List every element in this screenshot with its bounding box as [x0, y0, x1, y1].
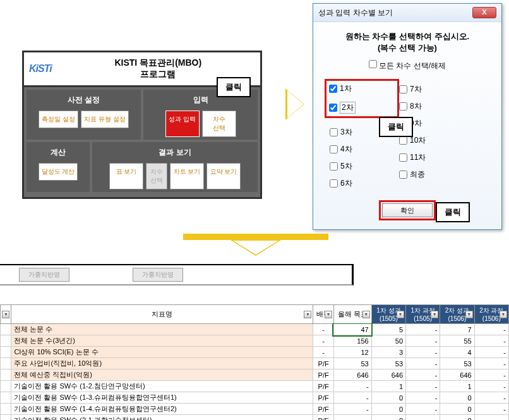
measure-date-button[interactable]: 측정일 설정	[39, 111, 78, 128]
data-cell[interactable]: 5	[371, 324, 405, 335]
filter-icon[interactable]: ▼	[500, 311, 507, 318]
data-cell[interactable]: 3	[371, 347, 405, 358]
weight-apply-button-2[interactable]: 가중치반영	[133, 268, 183, 282]
data-cell[interactable]: -	[474, 358, 508, 369]
round-select-button[interactable]: 차수 선택	[202, 111, 236, 137]
round-7-checkbox-label[interactable]: 7차	[399, 84, 490, 95]
filter-icon[interactable]: ▼	[362, 311, 370, 318]
round-1-checkbox-label[interactable]: 1차	[329, 83, 395, 94]
data-cell[interactable]: -	[474, 347, 508, 358]
data-cell[interactable]: 0	[440, 415, 474, 421]
data-cell[interactable]: P/F	[313, 358, 334, 369]
indicator-type-button[interactable]: 지표 유형 설정	[81, 111, 129, 128]
data-cell[interactable]: 47	[333, 324, 371, 335]
data-cell[interactable]: -	[406, 381, 440, 392]
row-num-cell[interactable]	[1, 358, 11, 369]
data-cell[interactable]: 7	[440, 324, 474, 335]
data-cell[interactable]: -	[406, 415, 440, 421]
round-8-checkbox-label[interactable]: 8차	[399, 101, 490, 112]
data-cell[interactable]: 12	[333, 347, 371, 358]
data-cell[interactable]: -	[313, 324, 334, 335]
data-cell[interactable]: 0	[440, 404, 474, 415]
data-cell[interactable]: 646	[440, 369, 474, 381]
round-4-checkbox-label[interactable]: 4차	[330, 144, 399, 155]
data-cell[interactable]: -	[333, 381, 371, 392]
data-cell[interactable]: -	[474, 369, 508, 381]
data-cell[interactable]: -	[474, 392, 508, 404]
filter-icon[interactable]: ▼	[397, 311, 404, 318]
round-3-checkbox[interactable]	[330, 128, 338, 136]
filter-icon[interactable]: ▼	[431, 311, 438, 318]
row-num-cell[interactable]	[1, 347, 11, 358]
row-num-cell[interactable]	[1, 415, 11, 421]
data-cell[interactable]: -	[406, 335, 440, 347]
data-cell[interactable]: 53	[440, 358, 474, 369]
indicator-name-cell[interactable]: 기술이전 활용 SW수 (1-2.첨단연구망센터)	[11, 381, 313, 392]
data-cell[interactable]: -	[406, 347, 440, 358]
filter-icon[interactable]: ▼	[304, 311, 311, 318]
round-6-checkbox-label[interactable]: 6차	[330, 178, 399, 189]
data-cell[interactable]: -	[406, 358, 440, 369]
data-cell[interactable]: -	[474, 404, 508, 415]
indicator-name-cell[interactable]: 주요 사업비(직접비, 10억원)	[11, 358, 313, 369]
data-cell[interactable]: P/F	[313, 392, 334, 404]
data-cell[interactable]: -	[474, 335, 508, 347]
data-cell[interactable]: -	[474, 324, 508, 335]
indicator-name-cell[interactable]: 전체 예산중 직접비(억원)	[11, 369, 313, 381]
table-view-button[interactable]: 표 보기	[109, 163, 143, 189]
score-header[interactable]: 배점▼	[313, 305, 334, 324]
data-cell[interactable]: -	[333, 404, 371, 415]
ok-button[interactable]: 확인	[382, 203, 433, 217]
row-num-cell[interactable]	[1, 324, 11, 335]
chart-view-button[interactable]: 차트 보기	[170, 163, 204, 189]
result-input-button[interactable]: 성과 입력	[165, 111, 200, 137]
filter-icon[interactable]: ▼	[2, 311, 9, 318]
data-cell[interactable]: 1	[371, 381, 405, 392]
round-5-checkbox[interactable]	[330, 162, 338, 171]
summary-view-button[interactable]: 요약 보기	[207, 163, 241, 189]
indicator-name-cell[interactable]: 기술이전 활용 SW수 (1-3.슈퍼컴퓨팅융합연구센터1)	[11, 392, 313, 404]
round-1-checkbox[interactable]	[329, 85, 337, 93]
row-num-cell[interactable]	[1, 404, 11, 415]
process1-header[interactable]: 1차 과정 (1505)▼	[406, 305, 440, 324]
data-cell[interactable]: -	[313, 335, 334, 347]
data-cell[interactable]: -	[406, 369, 440, 381]
data-cell[interactable]: -	[474, 381, 508, 392]
filter-icon[interactable]: ▼	[465, 311, 473, 318]
data-cell[interactable]: -	[333, 415, 371, 421]
round-11-checkbox-label[interactable]: 11차	[399, 152, 490, 163]
round-2-checkbox-label[interactable]: 2차	[329, 102, 395, 114]
data-cell[interactable]: 156	[333, 335, 371, 347]
process2-header[interactable]: 2차 과정 (1506)▼	[474, 305, 508, 324]
data-cell[interactable]: 53	[333, 358, 371, 369]
data-cell[interactable]: 646	[371, 369, 405, 381]
data-cell[interactable]: -	[313, 347, 334, 358]
data-cell[interactable]: -	[474, 415, 508, 421]
year-target-header[interactable]: 올해 목표▼	[333, 305, 371, 324]
data-cell[interactable]: P/F	[313, 404, 334, 415]
result1-header[interactable]: 1차 성과 (1505)▼	[371, 305, 405, 324]
row-num-cell[interactable]	[1, 381, 11, 392]
round-6-checkbox[interactable]	[330, 179, 338, 188]
data-cell[interactable]: 53	[371, 358, 405, 369]
indicator-name-cell[interactable]: 기술이전 활용 SW수 (1-4.슈퍼컴퓨팅융합연구센터2)	[11, 404, 313, 415]
achievement-calc-button[interactable]: 달성도 계산	[39, 163, 78, 181]
data-cell[interactable]: 55	[440, 335, 474, 347]
data-cell[interactable]: 0	[371, 415, 405, 421]
close-button[interactable]: X	[472, 7, 496, 18]
round-5-checkbox-label[interactable]: 5차	[330, 161, 399, 172]
data-cell[interactable]: -	[406, 404, 440, 415]
data-cell[interactable]: 646	[333, 369, 371, 381]
data-cell[interactable]: -	[333, 392, 371, 404]
round-2-checkbox[interactable]	[329, 104, 337, 112]
row-num-cell[interactable]	[1, 369, 11, 381]
indicator-name-header[interactable]: 지표명▼	[11, 305, 313, 324]
round-8-checkbox[interactable]	[399, 102, 407, 111]
indicator-name-cell[interactable]: CI상위 10% SCI(E) 논문 수	[11, 347, 313, 358]
data-cell[interactable]: -	[406, 324, 440, 335]
row-num-cell[interactable]	[1, 392, 11, 404]
filter-icon[interactable]: ▼	[325, 311, 332, 318]
data-cell[interactable]: 4	[440, 347, 474, 358]
round-10-checkbox[interactable]	[399, 136, 407, 145]
data-cell[interactable]: 0	[440, 392, 474, 404]
